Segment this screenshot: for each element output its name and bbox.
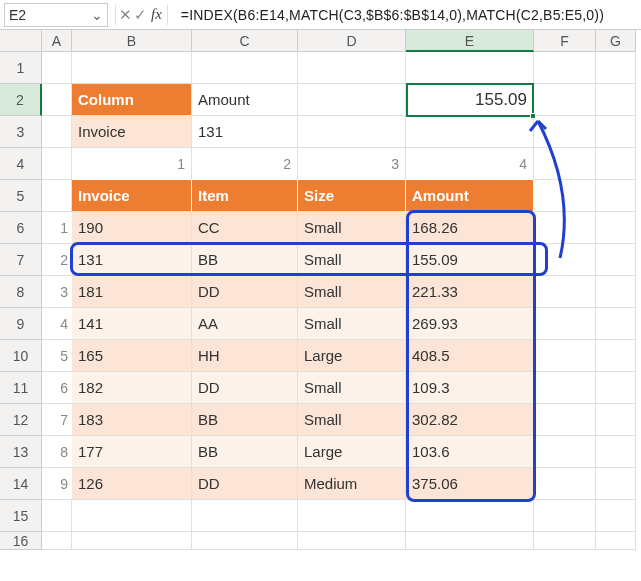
table-cell[interactable]: 182 xyxy=(72,372,192,404)
name-box[interactable]: E2 ⌄ xyxy=(4,3,108,27)
cell[interactable] xyxy=(534,244,596,276)
cell[interactable] xyxy=(72,52,192,84)
cancel-icon[interactable]: ✕ xyxy=(119,6,132,24)
left-index[interactable]: 4 xyxy=(42,308,72,340)
cell[interactable] xyxy=(534,500,596,532)
table-cell[interactable]: Large xyxy=(298,436,406,468)
cell[interactable] xyxy=(42,500,72,532)
col-header-D[interactable]: D xyxy=(298,30,406,52)
row-header[interactable]: 14 xyxy=(0,468,42,500)
cell[interactable] xyxy=(298,84,406,116)
table-cell[interactable]: 302.82 xyxy=(406,404,534,436)
cell[interactable] xyxy=(596,276,636,308)
cell[interactable] xyxy=(298,52,406,84)
cell[interactable] xyxy=(534,180,596,212)
row-header[interactable]: 6 xyxy=(0,212,42,244)
table-header[interactable]: Invoice xyxy=(72,180,192,212)
row-header[interactable]: 2 xyxy=(0,84,42,116)
result-cell[interactable]: 155.09 xyxy=(406,84,534,116)
col-header-A[interactable]: A xyxy=(42,30,72,52)
table-cell[interactable]: Small xyxy=(298,404,406,436)
cell[interactable] xyxy=(406,116,534,148)
col-header-E[interactable]: E xyxy=(406,30,534,52)
cell[interactable] xyxy=(534,404,596,436)
table-header[interactable]: Amount xyxy=(406,180,534,212)
column-value[interactable]: Amount xyxy=(192,84,298,116)
table-cell[interactable]: DD xyxy=(192,276,298,308)
cell[interactable] xyxy=(534,532,596,550)
cell[interactable] xyxy=(596,52,636,84)
top-index[interactable]: 1 xyxy=(72,148,192,180)
table-cell[interactable]: 221.33 xyxy=(406,276,534,308)
cell[interactable] xyxy=(42,532,72,550)
cell[interactable] xyxy=(534,436,596,468)
table-cell[interactable]: 155.09 xyxy=(406,244,534,276)
column-label[interactable]: Column xyxy=(72,84,192,116)
cell[interactable] xyxy=(72,532,192,550)
table-cell[interactable]: Small xyxy=(298,276,406,308)
cell[interactable] xyxy=(534,308,596,340)
row-header[interactable]: 7 xyxy=(0,244,42,276)
table-cell[interactable]: 183 xyxy=(72,404,192,436)
row-header[interactable]: 13 xyxy=(0,436,42,468)
table-cell[interactable]: 165 xyxy=(72,340,192,372)
cell[interactable] xyxy=(298,116,406,148)
cell[interactable] xyxy=(534,276,596,308)
cell[interactable] xyxy=(42,148,72,180)
cell[interactable] xyxy=(596,116,636,148)
table-cell[interactable]: 181 xyxy=(72,276,192,308)
table-cell[interactable]: 177 xyxy=(72,436,192,468)
cell[interactable] xyxy=(596,148,636,180)
row-header[interactable]: 5 xyxy=(0,180,42,212)
cell[interactable] xyxy=(596,532,636,550)
top-index[interactable]: 3 xyxy=(298,148,406,180)
cell[interactable] xyxy=(534,468,596,500)
table-cell[interactable]: BB xyxy=(192,404,298,436)
table-header[interactable]: Item xyxy=(192,180,298,212)
cell[interactable] xyxy=(596,340,636,372)
cell[interactable] xyxy=(596,436,636,468)
cell[interactable] xyxy=(534,212,596,244)
left-index[interactable]: 3 xyxy=(42,276,72,308)
col-header-C[interactable]: C xyxy=(192,30,298,52)
cell[interactable] xyxy=(406,532,534,550)
confirm-icon[interactable]: ✓ xyxy=(134,6,147,24)
table-cell[interactable]: 375.06 xyxy=(406,468,534,500)
cell[interactable] xyxy=(192,500,298,532)
table-cell[interactable]: 131 xyxy=(72,244,192,276)
table-cell[interactable]: 269.93 xyxy=(406,308,534,340)
table-header[interactable]: Size xyxy=(298,180,406,212)
left-index[interactable]: 5 xyxy=(42,340,72,372)
row-header[interactable]: 11 xyxy=(0,372,42,404)
table-cell[interactable]: 168.26 xyxy=(406,212,534,244)
top-index[interactable]: 4 xyxy=(406,148,534,180)
cell[interactable] xyxy=(596,180,636,212)
col-header-F[interactable]: F xyxy=(534,30,596,52)
cell[interactable] xyxy=(192,52,298,84)
formula-input[interactable]: =INDEX(B6:E14,MATCH(C3,$B$6:$B$14,0),MAT… xyxy=(175,7,637,23)
table-cell[interactable]: HH xyxy=(192,340,298,372)
cell[interactable] xyxy=(596,404,636,436)
cell[interactable] xyxy=(534,372,596,404)
row-header[interactable]: 15 xyxy=(0,500,42,532)
row-header[interactable]: 1 xyxy=(0,52,42,84)
cell[interactable] xyxy=(298,500,406,532)
cell[interactable] xyxy=(596,468,636,500)
table-cell[interactable]: 103.6 xyxy=(406,436,534,468)
table-cell[interactable]: 408.5 xyxy=(406,340,534,372)
table-cell[interactable]: 109.3 xyxy=(406,372,534,404)
cell[interactable] xyxy=(406,500,534,532)
cell[interactable] xyxy=(596,212,636,244)
cell[interactable] xyxy=(596,372,636,404)
left-index[interactable]: 8 xyxy=(42,436,72,468)
row-header[interactable]: 4 xyxy=(0,148,42,180)
left-index[interactable]: 6 xyxy=(42,372,72,404)
row-header[interactable]: 12 xyxy=(0,404,42,436)
cell[interactable] xyxy=(596,244,636,276)
table-cell[interactable]: 190 xyxy=(72,212,192,244)
table-cell[interactable]: Small xyxy=(298,244,406,276)
table-cell[interactable]: DD xyxy=(192,372,298,404)
row-header[interactable]: 10 xyxy=(0,340,42,372)
table-cell[interactable]: CC xyxy=(192,212,298,244)
table-cell[interactable]: 126 xyxy=(72,468,192,500)
